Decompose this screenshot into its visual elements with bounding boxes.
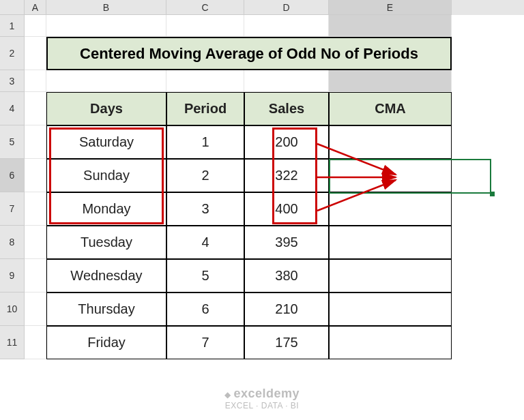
cell-C11-period[interactable]: 7 [166, 326, 244, 359]
select-all-corner[interactable] [0, 0, 25, 15]
cell-E3[interactable] [329, 70, 452, 92]
row-header-3[interactable]: 3 [0, 70, 25, 92]
cell-C3[interactable] [166, 70, 244, 92]
row-header-7[interactable]: 7 [0, 192, 25, 226]
cell-A4[interactable] [25, 92, 46, 125]
row-header-1[interactable]: 1 [0, 15, 25, 37]
cell-A6[interactable] [25, 159, 46, 192]
cell-D5-sales[interactable]: 200 [244, 125, 329, 159]
header-cma[interactable]: CMA [329, 92, 452, 125]
cell-D8-sales[interactable]: 395 [244, 226, 329, 259]
col-header-A[interactable]: A [25, 0, 46, 15]
row-header-11[interactable]: 11 [0, 326, 25, 359]
title-cell[interactable]: Centered Moving Average of Odd No of Per… [46, 37, 452, 70]
col-header-D[interactable]: D [244, 0, 329, 15]
cell-A3[interactable] [25, 70, 46, 92]
cell-E11-cma[interactable] [329, 326, 452, 359]
cell-A5[interactable] [25, 125, 46, 159]
spreadsheet: A B C D E 1 2 Centered Moving Average of… [0, 0, 524, 359]
cell-D3[interactable] [244, 70, 329, 92]
cell-B7-day[interactable]: Monday [46, 192, 166, 226]
watermark-subtext: EXCEL · DATA · BI [225, 401, 299, 410]
cell-D1[interactable] [244, 15, 329, 37]
cell-B11-day[interactable]: Friday [46, 326, 166, 359]
cell-A9[interactable] [25, 259, 46, 292]
row-header-5[interactable]: 5 [0, 125, 25, 159]
cell-B8-day[interactable]: Tuesday [46, 226, 166, 259]
row-header-6[interactable]: 6 [0, 159, 25, 192]
cell-E6-cma[interactable] [329, 159, 452, 192]
watermark-text: exceldemy [233, 387, 300, 400]
cell-A10[interactable] [25, 292, 46, 326]
cell-B6-day[interactable]: Sunday [46, 159, 166, 192]
cell-E1[interactable] [329, 15, 452, 37]
watermark-logo-icon: ◆ [224, 390, 233, 400]
row-header-9[interactable]: 9 [0, 259, 25, 292]
cell-C8-period[interactable]: 4 [166, 226, 244, 259]
cell-D11-sales[interactable]: 175 [244, 326, 329, 359]
col-header-C[interactable]: C [166, 0, 244, 15]
cell-D7-sales[interactable]: 400 [244, 192, 329, 226]
cell-D6-sales[interactable]: 322 [244, 159, 329, 192]
cell-C6-period[interactable]: 2 [166, 159, 244, 192]
cell-B9-day[interactable]: Wednesday [46, 259, 166, 292]
cell-A2[interactable] [25, 37, 46, 70]
header-sales[interactable]: Sales [244, 92, 329, 125]
cell-E7-cma[interactable] [329, 192, 452, 226]
cell-D10-sales[interactable]: 210 [244, 292, 329, 326]
watermark: ◆ exceldemy EXCEL · DATA · BI [224, 387, 300, 410]
cell-E5-cma[interactable] [329, 125, 452, 159]
column-header-row: A B C D E [0, 0, 524, 15]
col-header-E[interactable]: E [329, 0, 452, 15]
row-header-8[interactable]: 8 [0, 226, 25, 259]
cell-B5-day[interactable]: Saturday [46, 125, 166, 159]
row-header-4[interactable]: 4 [0, 92, 25, 125]
cell-C1[interactable] [166, 15, 244, 37]
cell-C10-period[interactable]: 6 [166, 292, 244, 326]
cell-A11[interactable] [25, 326, 46, 359]
row-header-2[interactable]: 2 [0, 37, 25, 70]
cell-E9-cma[interactable] [329, 259, 452, 292]
header-period[interactable]: Period [166, 92, 244, 125]
cell-B3[interactable] [46, 70, 166, 92]
cell-E10-cma[interactable] [329, 292, 452, 326]
header-days[interactable]: Days [46, 92, 166, 125]
cell-C5-period[interactable]: 1 [166, 125, 244, 159]
cell-B10-day[interactable]: Thursday [46, 292, 166, 326]
cell-C7-period[interactable]: 3 [166, 192, 244, 226]
fill-handle[interactable] [490, 192, 495, 196]
row-header-10[interactable]: 10 [0, 292, 25, 326]
cell-A7[interactable] [25, 192, 46, 226]
cell-A8[interactable] [25, 226, 46, 259]
cell-E8-cma[interactable] [329, 226, 452, 259]
cell-D9-sales[interactable]: 380 [244, 259, 329, 292]
cell-C9-period[interactable]: 5 [166, 259, 244, 292]
cell-A1[interactable] [25, 15, 46, 37]
cell-B1[interactable] [46, 15, 166, 37]
col-header-B[interactable]: B [46, 0, 166, 15]
